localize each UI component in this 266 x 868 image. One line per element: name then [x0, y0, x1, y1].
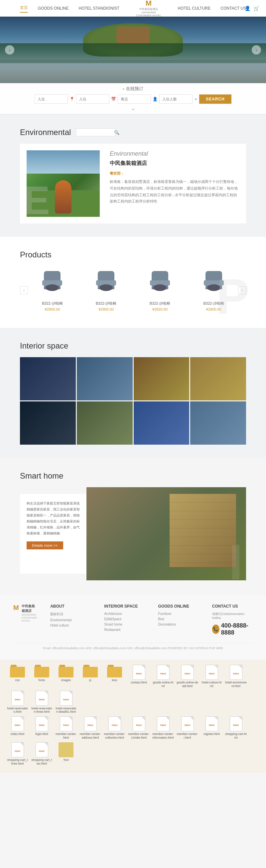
nav-icon-group: 👤 🛒 — [245, 6, 259, 11]
nav-hotel-standionist[interactable]: HOTEL STANDIONIST — [78, 5, 120, 12]
file-goods-online[interactable]: html goods-online.html — [152, 665, 174, 688]
interior-cell-5[interactable] — [20, 401, 76, 445]
nav-home[interactable]: 首页 — [20, 4, 28, 13]
product-image-3 — [146, 271, 173, 298]
folder-images[interactable]: images — [55, 665, 77, 688]
scroll-down-icon[interactable]: ⌄ — [131, 105, 135, 112]
hero-banner: ‹ › — [0, 17, 266, 83]
smart-detail-button[interactable]: Details more >> — [27, 541, 63, 549]
env-text-block: Environmental 中民集装箱酒店 餐饮部： 标准栋：集装箱别墅酒店，标… — [110, 150, 239, 217]
file-login[interactable]: html login.html — [31, 716, 53, 740]
file-member-information[interactable]: html member-center-information.html — [152, 716, 174, 740]
chair-base-1 — [45, 284, 59, 291]
location-icon: 📍 — [69, 97, 74, 101]
footer-top: M 中民集装 箱酒店 ZHONGMIN CONTAINER HOTEL ABOU… — [13, 604, 253, 636]
folder-fonts[interactable]: fonts — [31, 665, 53, 688]
interior-image-6 — [77, 401, 133, 445]
file-shopping-cart-three-label: shopping-cart_three.html — [7, 758, 28, 766]
folder-less-label: less — [112, 678, 117, 682]
products-prev-button[interactable]: ‹ — [20, 286, 28, 294]
file-register[interactable]: html register.html — [201, 716, 223, 740]
interior-cell-4[interactable] — [190, 357, 246, 400]
environmental-section: Environmental 🔍 E Environmental 中民集装箱酒店 … — [0, 115, 266, 237]
folder-js[interactable]: js — [79, 665, 101, 688]
checkin-input[interactable] — [35, 94, 68, 104]
product-price-2: ¥2800.00 — [85, 307, 127, 311]
nav-hotel-culture[interactable]: HOTEL CULTURE — [178, 5, 211, 12]
cart-icon[interactable]: 🛒 — [254, 6, 259, 11]
products-next-button[interactable]: › — [238, 286, 246, 294]
hero-building — [117, 27, 149, 43]
nav-contact[interactable]: CONTACT US — [221, 5, 246, 12]
hero-prev-button[interactable]: ‹ — [5, 45, 14, 55]
folder-fonts-label: fonts — [39, 678, 45, 682]
interior-cell-7[interactable] — [134, 401, 190, 445]
folder-css[interactable]: css — [7, 665, 28, 688]
search-button[interactable]: SEARCH — [199, 94, 231, 104]
product-item-4: B322-沙啦椅 ¥2800.00 — [189, 266, 238, 315]
footer-goods-item-2[interactable]: Bed — [158, 617, 199, 621]
file-index[interactable]: html index.html — [7, 716, 28, 740]
file-member-order[interactable]: html member-center-1Order.html — [128, 716, 149, 740]
footer-interior-item-2[interactable]: Edit&Space — [104, 617, 145, 621]
footer-goods-item-3[interactable]: Decorations — [158, 623, 199, 626]
file-hotel-reservation-three-label: hotel-reservation-three.html — [31, 707, 53, 714]
interior-cell-3[interactable] — [134, 357, 190, 400]
footer-goods-item-1[interactable]: Furniture — [158, 612, 199, 616]
interior-cell-6[interactable] — [77, 401, 133, 445]
file-hotel-reservation-label: hotel-reservation.html — [7, 707, 28, 714]
file-hotel-environment[interactable]: html hotel-environment.html — [225, 665, 247, 688]
file-hotel-reservation[interactable]: html hotel-reservation.html — [7, 691, 28, 714]
interior-section-title: Interior space — [20, 341, 246, 350]
file-member-center[interactable]: html member-center.html — [55, 716, 77, 740]
file-member-r[interactable]: html member-center-r.html — [176, 716, 198, 740]
footer-interior-item-3[interactable]: Smart home — [104, 623, 145, 626]
file-hotel-culture-label: hotel-culture.html — [201, 681, 223, 688]
footer-phone: 📞 400-8888-8888 — [212, 622, 253, 636]
footer-interior-item-1[interactable]: Architecture — [104, 612, 145, 616]
footer-about-item-1[interactable]: 图标栏目 — [50, 612, 91, 617]
file-hotel-reservation-detail[interactable]: html hotel-reservation-detail01.html — [55, 691, 77, 714]
interior-cell-1[interactable] — [20, 357, 76, 400]
file-member-collection[interactable]: html member-center-collection.html — [104, 716, 125, 740]
env-search-input[interactable] — [76, 128, 116, 136]
env-search-icon[interactable]: 🔍 — [114, 130, 120, 135]
user-icon[interactable]: 👤 — [245, 6, 251, 11]
hero-next-button[interactable]: › — [252, 45, 261, 55]
nav-goods[interactable]: GOODS ONLINE — [38, 5, 69, 12]
footer-about-item-3[interactable]: Hotel culture — [50, 624, 91, 627]
chair-base-2 — [99, 284, 113, 291]
interior-cell-2[interactable] — [77, 357, 133, 400]
product-price-1: ¥2800.00 — [31, 307, 73, 311]
products-section: Products ‹ B322-沙啦椅 ¥2800.00 — [0, 237, 266, 328]
product-price-4: ¥2800.00 — [193, 307, 235, 311]
footer: M 中民集装 箱酒店 ZHONGMIN CONTAINER HOTEL ABOU… — [0, 594, 266, 660]
file-hotel-culture[interactable]: html hotel-culture.html — [201, 665, 223, 688]
env-card: E Environmental 中民集装箱酒店 餐饮部： 标准栋：集装箱别墅酒店… — [20, 144, 246, 223]
file-hotel-reservation-three[interactable]: html hotel-reservation-three.html — [31, 691, 53, 714]
env-person — [55, 180, 71, 214]
footer-about-item-2[interactable]: Environmental — [50, 618, 91, 622]
file-member-center-label: member-center.html — [55, 732, 77, 740]
file-goods-online-detail[interactable]: html goods-online-detail.html — [176, 665, 198, 688]
env-title-text: Environmental — [20, 128, 71, 137]
file-shopping-cart-three[interactable]: html shopping-cart_three.html — [7, 742, 28, 766]
file-shopping-cart-label: shopping-cart.html — [225, 732, 247, 740]
footer-contact-col: CONTACT US 请拨打(2166)reservation hotline … — [212, 604, 253, 636]
file-shopping-cart[interactable]: html shopping-cart.html — [225, 716, 247, 740]
interior-cell-8[interactable] — [190, 401, 246, 445]
interior-image-4 — [190, 357, 246, 400]
folder-less[interactable]: less — [104, 665, 125, 688]
checkout-date-input[interactable] — [76, 94, 109, 104]
nav-links: 首页 GOODS ONLINE HOTEL STANDIONIST M 中民集装… — [20, 0, 246, 17]
file-contact[interactable]: html contact.html — [128, 665, 149, 688]
checkout-input[interactable] — [118, 94, 151, 104]
footer-contact-sub: 请拨打(2166)reservation hotline — [212, 612, 253, 620]
file-shopping-cart-two[interactable]: html shopping-cart_two.html — [31, 742, 53, 766]
footer-about-title: ABOUT — [50, 604, 91, 609]
guests-input[interactable] — [159, 94, 193, 104]
footer-interior-item-4[interactable]: Restaurant — [104, 628, 145, 631]
file-member-address[interactable]: html member-center-address.html — [79, 716, 101, 740]
chair-back-1 — [44, 271, 61, 289]
toni-label: Toni — [63, 758, 69, 762]
